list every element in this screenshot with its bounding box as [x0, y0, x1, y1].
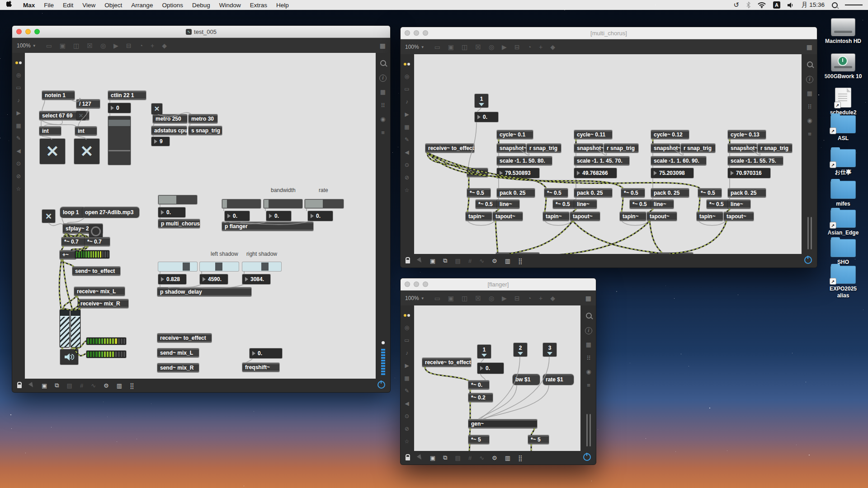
- align-icon[interactable]: ▤: [455, 258, 461, 264]
- dial-icon[interactable]: ◎: [489, 295, 494, 302]
- console-list-icon[interactable]: ⠿: [586, 355, 591, 361]
- patcher-grid-icon[interactable]: ▦: [380, 89, 386, 95]
- clips-icon[interactable]: ◎: [405, 324, 409, 331]
- snapshot-camera-icon[interactable]: ◉: [807, 117, 812, 124]
- grid-toggle-icon[interactable]: ▦: [380, 42, 386, 49]
- menu-item-window[interactable]: Window: [215, 2, 245, 9]
- object-box-~-0-5[interactable]: *~ 0.5: [621, 188, 645, 197]
- inlet-menu-2[interactable]: 2: [514, 343, 527, 357]
- object-box-~-0-7[interactable]: *~ 0.7: [61, 237, 87, 246]
- menu-item-view[interactable]: View: [78, 2, 100, 9]
- object-box-tapin~[interactable]: tapin~: [697, 212, 723, 221]
- patchcord-icon[interactable]: ∿: [91, 382, 96, 389]
- object-box-~-0-5[interactable]: *~ 0.5: [544, 188, 568, 197]
- object-box-~-0-5[interactable]: *~ 0.5: [553, 200, 576, 209]
- object-box-snapshot~[interactable]: snapshot~: [497, 144, 526, 153]
- add-object-icon[interactable]: +: [539, 295, 542, 302]
- notification-center-icon[interactable]: [845, 4, 863, 6]
- inspector-icon[interactable]: i: [585, 327, 592, 334]
- mixer-icon[interactable]: ≡: [808, 131, 811, 137]
- horizontal-slider[interactable]: [200, 262, 239, 271]
- record-icon[interactable]: ⊙: [405, 413, 409, 419]
- close-button[interactable]: [405, 282, 410, 287]
- time-machine-icon[interactable]: ↺: [733, 1, 739, 9]
- object-box-~-0-5[interactable]: *~ 0.5: [467, 188, 491, 197]
- zoom-search-icon[interactable]: [586, 313, 592, 320]
- output-volume-slider[interactable]: [381, 341, 385, 375]
- toggle-box[interactable]: ✕: [42, 210, 55, 223]
- paint-icon[interactable]: ◆: [550, 43, 555, 51]
- object-box-r-snap-trig[interactable]: r snap_trig: [681, 144, 715, 153]
- object-box-scale-1-1-50-80[interactable]: scale -1. 1. 50. 80.: [497, 156, 552, 165]
- object-box-r-snap-trig[interactable]: r snap_trig: [527, 144, 561, 153]
- gain-slider[interactable]: [71, 310, 80, 347]
- inspector-icon[interactable]: i: [806, 75, 813, 83]
- menu-item-edit[interactable]: Edit: [58, 2, 78, 9]
- annotate-icon[interactable]: ✎: [405, 136, 409, 143]
- object-box-metro-250[interactable]: metro 250: [153, 114, 187, 123]
- lock-icon[interactable]: [17, 382, 22, 389]
- mute-icon[interactable]: ⊘: [405, 426, 409, 432]
- object-box-snapshot~[interactable]: snapshot~: [651, 144, 680, 153]
- apple-menu[interactable]: [0, 1, 19, 9]
- menu-item-options[interactable]: Options: [157, 2, 188, 9]
- object-box-p-shadow-delay[interactable]: p shadow_delay: [157, 287, 251, 296]
- message-box-open-27-adlib-mp3[interactable]: open 27-Adlib.mp3: [82, 207, 139, 218]
- select-tool-icon[interactable]: [29, 382, 34, 389]
- close-button[interactable]: [16, 29, 22, 34]
- ezdac-speaker[interactable]: [60, 349, 78, 365]
- inspector-icon[interactable]: i: [379, 74, 387, 82]
- object-box-tapin~[interactable]: tapin~: [543, 212, 569, 221]
- dial-icon[interactable]: ◎: [100, 42, 106, 49]
- playbar-icon[interactable]: ▶: [502, 295, 507, 302]
- minimize-button[interactable]: [25, 29, 31, 34]
- object-box-receive~-mix-l[interactable]: receive~ mix_L: [74, 287, 125, 296]
- menu-item-arrange[interactable]: Arrange: [127, 2, 157, 9]
- zoom-search-icon[interactable]: [807, 61, 813, 69]
- console-list-icon[interactable]: ⠿: [381, 102, 385, 109]
- presentation-mode-icon[interactable]: ▣: [430, 258, 435, 264]
- message-box-bw-1[interactable]: bw $1: [513, 374, 540, 385]
- patchcord-icon[interactable]: ∿: [479, 258, 484, 264]
- object-box-scale-1-1-55-75[interactable]: scale -1. 1. 55. 75.: [728, 156, 783, 165]
- console-icon[interactable]: [404, 312, 410, 318]
- scrollbar[interactable]: [586, 414, 591, 446]
- metro-icon[interactable]: ◔: [528, 295, 531, 302]
- console-icon[interactable]: [404, 61, 410, 67]
- object-box-receive~-to-effect[interactable]: receive~ to_effect: [425, 144, 474, 153]
- keyboard-icon[interactable]: ⣿: [518, 455, 523, 461]
- close-button[interactable]: [405, 30, 410, 36]
- audio-files-icon[interactable]: ♪: [406, 99, 408, 105]
- gain-slider[interactable]: [60, 310, 70, 347]
- desktop-icon-folder-alias[interactable]: ↗ASL: [824, 115, 863, 142]
- object-box-cycle~-0-12[interactable]: cycle~ 0.12: [651, 130, 689, 139]
- level-meter[interactable]: [86, 351, 126, 358]
- duplicate-icon[interactable]: ⧉: [443, 257, 447, 264]
- slider-icon[interactable]: ⊟: [126, 42, 132, 49]
- keyboard-icon[interactable]: ⣿: [518, 258, 523, 264]
- keyboard-icon[interactable]: ⣿: [130, 382, 134, 389]
- new-object-icon[interactable]: ▣: [448, 295, 454, 302]
- toggle-box[interactable]: ✕: [74, 139, 99, 164]
- object-box-p-flanger[interactable]: p flanger: [222, 222, 313, 231]
- sequencer-icon[interactable]: ▶: [405, 111, 409, 117]
- object-box-int[interactable]: int: [39, 127, 61, 136]
- duplicate-icon[interactable]: ⧉: [55, 382, 59, 389]
- grid-snap-icon[interactable]: #: [468, 258, 472, 264]
- object-box-r-snap-trig[interactable]: r snap_trig: [758, 144, 792, 153]
- titlebar[interactable]: [flanger]: [401, 278, 596, 291]
- minimize-button[interactable]: [414, 30, 419, 36]
- toggle-icon[interactable]: ☒: [87, 42, 93, 49]
- grid-toggle-icon[interactable]: ▦: [807, 43, 812, 51]
- object-box-line~[interactable]: line~: [574, 200, 597, 209]
- menu-item-debug[interactable]: Debug: [188, 2, 215, 9]
- mixer-icon[interactable]: ≡: [587, 382, 590, 389]
- message-box-icon[interactable]: ◫: [462, 295, 467, 302]
- number-box-49-768266[interactable]: 49.768266: [574, 168, 617, 178]
- object-box-line~[interactable]: line~: [651, 200, 674, 209]
- level-meter[interactable]: [86, 338, 126, 345]
- number-box-70-970316[interactable]: 70.970316: [728, 168, 770, 178]
- object-box-~-0[interactable]: *~ 0.: [468, 380, 489, 389]
- object-box-~-5[interactable]: *~ 5: [528, 435, 549, 444]
- object-box-~-0[interactable]: *~ 0.: [467, 168, 488, 177]
